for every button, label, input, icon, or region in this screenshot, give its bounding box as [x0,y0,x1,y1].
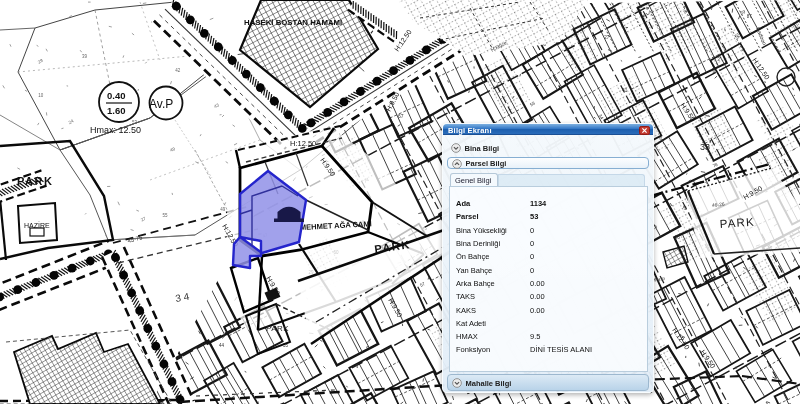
svg-text:39: 39 [82,54,88,59]
svg-text:26: 26 [675,235,681,240]
svg-text:1.60: 1.60 [107,105,126,116]
svg-text:49: 49 [220,207,226,212]
svg-text:67: 67 [398,113,404,119]
svg-text:53: 53 [132,120,138,125]
svg-text:H:12.50: H:12.50 [290,139,316,148]
svg-text:PARK: PARK [266,324,289,333]
svg-text:41: 41 [622,88,628,93]
svg-text:87: 87 [747,14,753,19]
svg-text:HASEKİ BOSTAN HAMAMI: HASEKİ BOSTAN HAMAMI [244,18,342,27]
svg-text:PARK: PARK [719,216,755,230]
svg-text:55: 55 [163,213,169,218]
svg-text:0.40: 0.40 [107,90,126,101]
svg-text:10: 10 [38,93,44,98]
svg-text:HAZİRE: HAZİRE [24,221,50,229]
svg-text:Hmax: 12.50: Hmax: 12.50 [90,125,141,135]
svg-text:33: 33 [700,142,710,152]
svg-text:44: 44 [219,343,225,348]
svg-text:PARK: PARK [17,175,53,187]
svg-text:Av.P: Av.P [149,97,173,111]
svg-text:42: 42 [175,68,181,73]
